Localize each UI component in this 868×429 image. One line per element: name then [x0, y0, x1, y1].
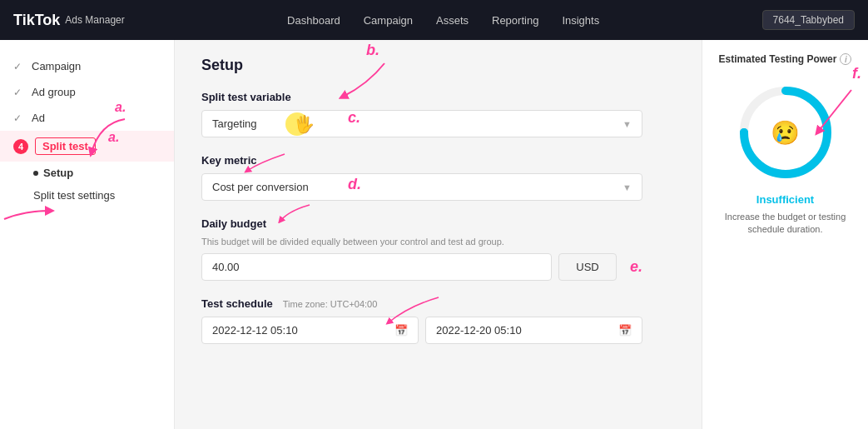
check-icon-ad: ✓: [13, 112, 25, 124]
gauge-container: 😢: [732, 78, 840, 187]
sidebar-item-label-ad: Ad: [32, 112, 45, 124]
annotation-e: e.: [630, 258, 642, 276]
key-metric-group: Key metric Cost per conversion ▼ d.: [201, 154, 675, 201]
sidebar-sub-setup[interactable]: Setup: [0, 162, 174, 184]
test-schedule-label: Test schedule Time zone: UTC+04:00: [201, 297, 675, 310]
cursor-highlight: [285, 112, 309, 136]
sidebar-item-splittest[interactable]: 4 Split test: [0, 131, 174, 162]
sidebar-item-label-campaign: Campaign: [32, 60, 81, 72]
daily-budget-hint: This budget will be divided equally betw…: [201, 237, 675, 247]
step-num-splittest: 4: [13, 139, 28, 154]
sidebar-sub-settings[interactable]: Split test settings: [0, 184, 174, 207]
daily-budget-label: Daily budget: [201, 217, 675, 230]
currency-display: USD: [558, 253, 617, 281]
nav-links: Dashboard Campaign Assets Reporting Insi…: [151, 14, 736, 27]
nav-reporting[interactable]: Reporting: [492, 14, 538, 27]
split-test-variable-label: Split test variable: [201, 91, 675, 103]
nav-assets[interactable]: Assets: [436, 14, 469, 27]
schedule-start-value: 2022-12-12 05:10: [212, 324, 298, 337]
annotation-d: d.: [348, 176, 361, 193]
check-icon-adgroup: ✓: [13, 87, 25, 98]
calendar-icon-end: 📅: [618, 324, 632, 337]
nav-dashboard[interactable]: Dashboard: [287, 14, 340, 27]
sidebar-sub-setup-label: Setup: [43, 167, 73, 179]
logo-tiktok: TikTok: [13, 12, 60, 29]
cursor-hand: 🖐: [294, 114, 315, 134]
logo: TikTok Ads Manager: [13, 12, 125, 29]
status-insufficient: Insufficient: [756, 193, 814, 206]
chevron-down-icon: ▼: [622, 119, 632, 129]
sidebar-item-adgroup[interactable]: ✓ Ad group: [0, 79, 174, 105]
test-schedule-group: Test schedule Time zone: UTC+04:00 2022-…: [201, 297, 675, 344]
info-icon: i: [840, 53, 851, 65]
dot-setup: [33, 171, 38, 176]
split-test-variable-select[interactable]: Targeting ▼ 🖐 c.: [201, 110, 642, 137]
form-section: b. Setup Split test variable: [175, 40, 702, 429]
logo-subtitle: Ads Manager: [65, 14, 124, 26]
sidebar: ✓ Campaign ✓ Ad group ✓ Ad 4 Split test …: [0, 40, 175, 429]
check-icon-campaign: ✓: [13, 61, 25, 72]
content-area: b. Setup Split test variable: [175, 40, 868, 429]
user-account[interactable]: 7644_Tabbybed: [762, 10, 855, 30]
key-metric-label: Key metric: [201, 154, 675, 167]
estimated-testing-power-title: Estimated Testing Power i: [719, 53, 852, 65]
calendar-icon-start: 📅: [394, 324, 408, 337]
key-metric-select[interactable]: Cost per conversion ▼ d.: [201, 173, 642, 201]
budget-input-row: USD e.: [201, 253, 642, 281]
status-hint: Increase the budget or testing schedule …: [716, 211, 855, 237]
budget-input[interactable]: [201, 253, 552, 281]
top-nav: TikTok Ads Manager Dashboard Campaign As…: [0, 0, 868, 40]
chevron-down-icon-2: ▼: [622, 182, 632, 192]
nav-insights[interactable]: Insights: [562, 14, 599, 27]
sidebar-item-label-adgroup: Ad group: [32, 86, 76, 98]
main-layout: ✓ Campaign ✓ Ad group ✓ Ad 4 Split test …: [0, 40, 868, 429]
split-test-variable-value: Targeting: [212, 117, 256, 130]
daily-budget-group: Daily budget This budget will be divided…: [201, 217, 675, 281]
section-title: Setup: [201, 57, 675, 74]
sidebar-sub-settings-label: Split test settings: [33, 189, 115, 202]
svg-point-1: [740, 128, 748, 137]
sidebar-item-label-splittest: Split test: [35, 137, 96, 155]
schedule-end[interactable]: 2022-12-20 05:10 📅: [425, 317, 642, 344]
right-panel: f. Estimated Testing Power i: [702, 40, 868, 429]
gauge-center-icon: 😢: [771, 119, 800, 147]
schedule-row: 2022-12-12 05:10 📅 2022-12-20 05:10 📅: [201, 317, 642, 344]
annotation-f: f.: [852, 65, 861, 82]
split-test-variable-group: Split test variable Targeting ▼ 🖐: [201, 91, 675, 137]
sidebar-item-ad[interactable]: ✓ Ad: [0, 105, 174, 131]
nav-campaign[interactable]: Campaign: [364, 14, 413, 27]
main-content: b. Setup Split test variable: [175, 40, 868, 429]
annotation-c: c.: [348, 109, 360, 127]
schedule-end-value: 2022-12-20 05:10: [436, 324, 522, 337]
sidebar-item-campaign[interactable]: ✓ Campaign: [0, 53, 174, 79]
schedule-start[interactable]: 2022-12-12 05:10 📅: [201, 317, 419, 344]
timezone-label: Time zone: UTC+04:00: [283, 299, 378, 309]
key-metric-value: Cost per conversion: [212, 181, 309, 193]
